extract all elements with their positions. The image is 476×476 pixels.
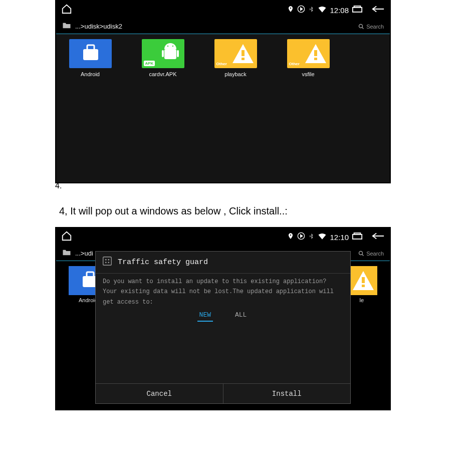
dialog-body-text: Do you want to install an update to this…: [96, 274, 350, 307]
svg-rect-14: [314, 58, 317, 60]
file-tile-android[interactable]: Android: [60, 39, 120, 77]
breadcrumb-path[interactable]: ...>udisk>udisk2: [75, 23, 122, 30]
recents-icon[interactable]: [352, 6, 363, 15]
breadcrumb-path[interactable]: ...>udi: [75, 250, 93, 257]
tab-new[interactable]: NEW: [197, 309, 213, 322]
home-icon[interactable]: [61, 4, 72, 17]
breadcrumb-bar: ...>udisk>udisk2 Search: [56, 19, 390, 34]
clock-time: 12:08: [330, 6, 349, 15]
search-button[interactable]: Search: [358, 24, 384, 30]
status-bar: 12:10: [56, 228, 390, 246]
file-tile-cardvr-apk[interactable]: APK cardvr.APK: [133, 39, 193, 77]
svg-rect-23: [103, 257, 112, 266]
cancel-button[interactable]: Cancel: [96, 384, 223, 403]
clock-time: 12:10: [330, 233, 349, 242]
recents-icon[interactable]: [352, 232, 363, 242]
svg-point-25: [108, 259, 109, 261]
bluetooth-icon: [308, 232, 315, 242]
search-button[interactable]: Search: [358, 251, 384, 257]
back-icon[interactable]: [371, 5, 385, 15]
app-icon: [102, 256, 113, 269]
bluetooth-icon: [308, 6, 315, 15]
svg-rect-13: [314, 50, 317, 56]
svg-rect-1: [353, 7, 362, 12]
svg-rect-5: [87, 45, 94, 50]
wifi-icon: [318, 6, 327, 15]
location-icon: [287, 232, 294, 242]
svg-point-27: [108, 262, 109, 263]
screenshot-install-dialog: 12:10 ...>udi Search Android le Traffic …: [55, 227, 391, 410]
folder-icon: [62, 22, 71, 31]
screenshot-file-browser: 12:08 ...>udisk>udisk2 Search: [55, 0, 391, 183]
status-bar: 12:08: [56, 1, 390, 19]
wifi-icon: [318, 232, 327, 242]
dialog-title: Traffic safety guard: [118, 258, 208, 267]
instruction-text: 4, It will pop out a windows as below , …: [59, 205, 421, 217]
play-icon: [297, 5, 305, 15]
folder-icon: [62, 249, 71, 258]
install-dialog: Traffic safety guard Do you want to inst…: [95, 251, 351, 404]
location-icon: [287, 6, 294, 15]
svg-rect-16: [353, 234, 362, 239]
svg-rect-6: [164, 49, 176, 59]
svg-rect-12: [242, 58, 245, 60]
tab-all[interactable]: ALL: [233, 309, 249, 322]
svg-rect-8: [177, 50, 179, 57]
back-icon[interactable]: [371, 232, 385, 242]
svg-rect-17: [354, 233, 361, 234]
svg-rect-7: [162, 50, 164, 57]
svg-rect-11: [242, 50, 245, 56]
svg-point-24: [105, 259, 107, 261]
svg-point-10: [172, 46, 173, 47]
svg-point-3: [359, 24, 363, 28]
home-icon[interactable]: [61, 230, 72, 244]
svg-rect-2: [354, 6, 361, 8]
play-icon: [297, 232, 305, 242]
file-tile-vsfile[interactable]: Other vsfile: [278, 39, 338, 77]
svg-point-26: [105, 262, 107, 263]
file-tile-playback[interactable]: Other playback: [205, 39, 266, 77]
install-button[interactable]: Install: [223, 384, 351, 403]
svg-point-9: [167, 46, 168, 47]
svg-point-18: [359, 251, 363, 255]
